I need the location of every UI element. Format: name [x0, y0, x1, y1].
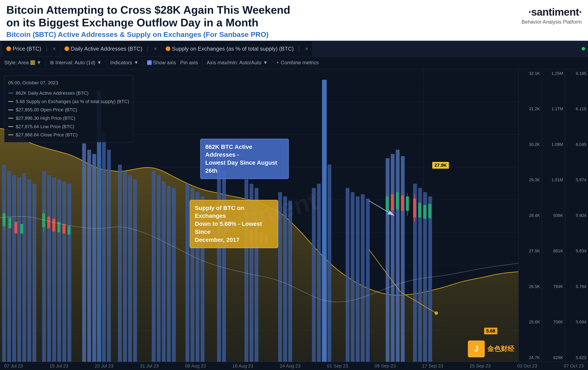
- callout-blue-text: 862K BTC Active Addresses - Lowest Day S…: [205, 144, 277, 174]
- svg-point-97: [435, 311, 438, 315]
- svg-rect-24: [92, 154, 96, 362]
- sep2: [106, 59, 106, 66]
- legend-dash-5: [8, 135, 13, 135]
- x-label-8: 09 Sep 23: [375, 363, 396, 369]
- svg-text:J: J: [474, 345, 478, 353]
- footer-logo: J 金色财经: [468, 340, 514, 357]
- x-label-0: 07 Jul 23: [4, 363, 23, 369]
- tab-label-price: Price (BTC): [13, 45, 41, 52]
- svg-rect-17: [47, 175, 51, 362]
- main-title: Bitcoin Attempting to Cross $28K Again T…: [6, 4, 290, 29]
- tab-dots-supply[interactable]: ⋮: [296, 45, 302, 52]
- interval-icon: ⊞: [50, 60, 54, 65]
- svg-rect-49: [312, 188, 316, 362]
- daa-ax-6: 784K: [544, 285, 563, 289]
- price-ax-0: 32.1K: [520, 71, 540, 75]
- tab-price[interactable]: Price (BTC) ⋮ ×: [2, 41, 60, 56]
- svg-rect-70: [20, 224, 23, 233]
- x-label-7: 01 Sep 23: [327, 363, 348, 369]
- tab-close-daa[interactable]: ×: [154, 45, 157, 52]
- svg-rect-18: [52, 177, 56, 362]
- sep4: [202, 59, 202, 66]
- tab-close-supply[interactable]: ×: [305, 45, 308, 52]
- jinse-icon: J: [468, 340, 485, 357]
- svg-rect-29: [123, 171, 127, 362]
- pin-axis-toggle[interactable]: Pin axis: [180, 60, 198, 65]
- style-color-box: [30, 60, 35, 65]
- x-label-9: 17 Sep 23: [422, 363, 443, 369]
- legend-dash-1: [8, 101, 13, 102]
- price-ax-4: 28.4K: [520, 213, 540, 218]
- svg-rect-54: [351, 192, 355, 362]
- sup-ax-5: 5.834: [567, 249, 586, 253]
- tabs-bar: Price (BTC) ⋮ × Daily Active Addresses (…: [0, 41, 588, 56]
- svg-rect-73: [47, 217, 50, 228]
- chart-area: 05:00, October 07, 2023 862K Daily Activ…: [0, 69, 588, 362]
- sup-ax-4: 5.904: [567, 213, 586, 218]
- interval-selector[interactable]: ⊞ Interval: Auto (1d) ▼: [50, 60, 102, 65]
- axis-maxmin-chevron: ▼: [263, 60, 268, 65]
- tab-dots-price[interactable]: ⋮: [44, 45, 49, 52]
- pin-axis-label: Pin axis: [180, 60, 198, 65]
- show-axis-toggle[interactable]: Show axis: [147, 60, 176, 65]
- tab-icon-daa: [64, 46, 69, 51]
- daa-ax-0: 1.25M: [544, 71, 563, 75]
- legend-item-3: $27,996.30 High Price (BTC): [8, 114, 129, 123]
- x-label-2: 23 Jul 23: [95, 363, 113, 369]
- tab-dots-daa[interactable]: ⋮: [145, 45, 150, 52]
- indicators-chevron: ▼: [134, 60, 138, 65]
- price-ax-5: 27.5K: [520, 249, 540, 253]
- axis-max-min-label: Axis max/min: Auto/Auto: [207, 60, 261, 65]
- svg-rect-37: [186, 184, 189, 362]
- x-label-3: 31 Jul 23: [140, 363, 159, 369]
- svg-rect-14: [27, 180, 31, 362]
- tab-daa[interactable]: Daily Active Addresses (BTC) ⋮ ×: [60, 41, 161, 56]
- sup-ax-6: 5.764: [567, 285, 586, 289]
- svg-rect-30: [128, 175, 132, 362]
- combine-metrics-button[interactable]: + Combine metrics: [276, 60, 319, 65]
- svg-rect-50: [317, 184, 321, 362]
- style-chevron: ▼: [37, 60, 41, 65]
- svg-rect-31: [133, 180, 137, 362]
- svg-rect-42: [222, 171, 226, 362]
- svg-rect-69: [14, 222, 17, 233]
- svg-rect-15: [32, 184, 36, 362]
- price-ax-3: 29.3K: [520, 178, 540, 182]
- show-axis-checkbox[interactable]: [147, 60, 152, 65]
- combine-metrics-label: Combine metrics: [281, 60, 319, 65]
- svg-rect-52: [327, 164, 331, 362]
- style-selector[interactable]: Style: Area ▼: [4, 60, 41, 65]
- svg-rect-26: [102, 133, 106, 362]
- svg-rect-58: [386, 158, 389, 362]
- sup-ax-8: 5.823: [567, 355, 586, 360]
- svg-rect-41: [217, 154, 221, 362]
- indicators-selector[interactable]: Indicators ▼: [110, 60, 138, 65]
- svg-rect-23: [87, 150, 91, 362]
- svg-rect-36: [172, 188, 176, 362]
- svg-rect-87: [396, 192, 399, 209]
- svg-rect-9: [2, 164, 6, 362]
- tab-label-supply: Supply on Exchanges (as % of total suppl…: [172, 45, 294, 52]
- svg-rect-19: [57, 180, 61, 362]
- x-label-4: 08 Aug 23: [185, 363, 206, 369]
- svg-rect-55: [356, 196, 359, 362]
- x-axis: 07 Jul 23 15 Jul 23 23 Jul 23 31 Jul 23 …: [0, 362, 588, 370]
- x-label-10: 25 Sep 23: [470, 363, 491, 369]
- legend-item-2: $27,955.00 Open Price (BTC): [8, 106, 129, 114]
- svg-rect-77: [67, 226, 70, 234]
- sup-ax-2: 6.045: [567, 142, 586, 147]
- callout-yellow: Supply of BTC on Exchanges Down to 5.68%…: [190, 200, 278, 248]
- price-badge: 27.9K: [432, 162, 449, 169]
- tab-supply[interactable]: Supply on Exchanges (as % of total suppl…: [161, 41, 313, 56]
- santiment-tagline: Behavior Analysis Platform: [522, 19, 582, 25]
- axis-max-min-selector[interactable]: Axis max/min: Auto/Auto ▼: [207, 60, 268, 65]
- svg-rect-65: [428, 196, 432, 362]
- x-label-1: 15 Jul 23: [50, 363, 68, 369]
- tab-icon-price: [6, 46, 11, 51]
- callout-yellow-text: Supply of BTC on Exchanges Down to 5.68%…: [195, 205, 262, 243]
- chart-svg-container[interactable]: 05:00, October 07, 2023 862K Daily Activ…: [0, 69, 518, 362]
- indicators-label: Indicators: [110, 60, 132, 65]
- tab-close-price[interactable]: ×: [53, 45, 56, 52]
- tab-label-daa: Daily Active Addresses (BTC): [71, 45, 142, 52]
- svg-rect-59: [391, 154, 395, 362]
